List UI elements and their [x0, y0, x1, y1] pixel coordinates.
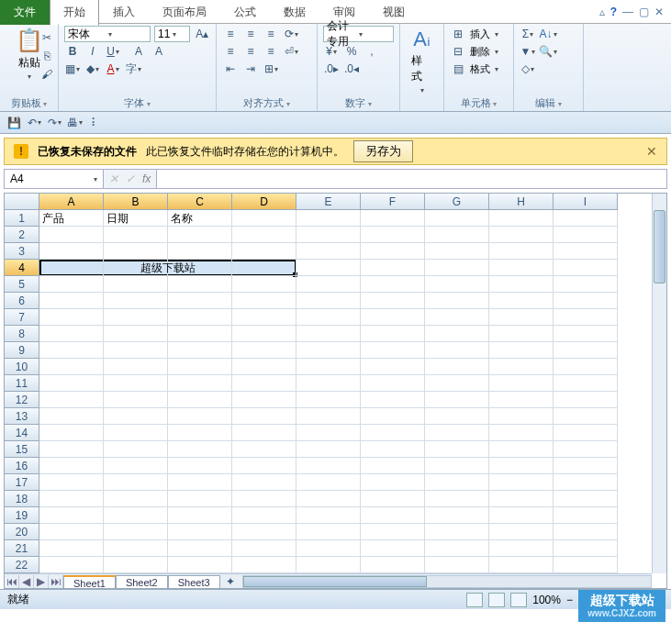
cell-E13[interactable]	[296, 408, 361, 425]
wrap-text-icon[interactable]: ⏎▾	[283, 43, 299, 60]
cell-C21[interactable]	[168, 540, 232, 557]
cell-C7[interactable]	[168, 309, 232, 326]
cell-G18[interactable]	[425, 491, 489, 507]
format-painter-icon[interactable]: 🖌	[39, 66, 55, 83]
cell-I18[interactable]	[554, 491, 618, 507]
cell-E16[interactable]	[296, 458, 361, 474]
merge-icon[interactable]: ⊞▾	[263, 61, 279, 77]
cell-G8[interactable]	[425, 326, 489, 342]
cell-C13[interactable]	[168, 408, 232, 425]
row-head-18[interactable]: 18	[5, 491, 39, 507]
decrease-font-icon[interactable]: A	[130, 43, 147, 60]
col-head-B[interactable]: B	[104, 194, 168, 210]
cell-E14[interactable]	[296, 425, 361, 441]
view-normal-icon[interactable]	[466, 593, 483, 607]
percent-icon[interactable]: %	[343, 43, 360, 60]
window-min-icon[interactable]: —	[622, 6, 633, 18]
currency-icon[interactable]: ¥▾	[323, 43, 340, 60]
cell-D15[interactable]	[232, 441, 296, 458]
cell-I21[interactable]	[554, 540, 618, 557]
cell-C20[interactable]	[168, 524, 232, 540]
format-cells-button[interactable]: ▤	[450, 61, 466, 77]
row-head-5[interactable]: 5	[5, 276, 39, 293]
cell-A21[interactable]	[39, 540, 104, 557]
qat-more-icon[interactable]: 🖶▾	[66, 115, 83, 131]
cell-I2[interactable]	[554, 227, 618, 243]
cell-E19[interactable]	[296, 507, 361, 524]
cell-D13[interactable]	[232, 408, 296, 425]
indent-inc-icon[interactable]: ⇥	[242, 61, 259, 77]
row-head-12[interactable]: 12	[5, 392, 39, 408]
cell-F1[interactable]	[361, 210, 425, 227]
styles-button[interactable]: Aᵢ 样式▾	[406, 26, 438, 96]
cell-F9[interactable]	[361, 342, 425, 359]
cell-D10[interactable]	[232, 359, 296, 375]
new-sheet-icon[interactable]: ✦	[222, 573, 239, 590]
clear-icon[interactable]: ◇▾	[520, 61, 536, 77]
font-size-combo[interactable]: 11▾	[154, 26, 190, 42]
cell-E1[interactable]	[296, 210, 361, 227]
cell-C8[interactable]	[168, 326, 232, 342]
row-head-15[interactable]: 15	[5, 441, 39, 458]
cell-E9[interactable]	[296, 342, 361, 359]
cell-E21[interactable]	[296, 540, 361, 557]
cell-G13[interactable]	[425, 408, 489, 425]
cell-I12[interactable]	[554, 392, 618, 408]
sheet-nav-next-icon[interactable]: ▶	[34, 575, 49, 588]
cell-I7[interactable]	[554, 309, 618, 326]
fill-color-icon[interactable]: ◆▾	[84, 61, 101, 77]
cell-C5[interactable]	[168, 276, 232, 293]
cell-D5[interactable]	[232, 276, 296, 293]
cell-C22[interactable]	[168, 557, 232, 573]
redo-icon[interactable]: ↷▾	[46, 115, 62, 131]
cell-E22[interactable]	[296, 557, 361, 573]
cell-I1[interactable]	[554, 210, 618, 227]
cell-F15[interactable]	[361, 441, 425, 458]
cell-F6[interactable]	[361, 293, 425, 309]
cell-F20[interactable]	[361, 524, 425, 540]
cell-B11[interactable]	[104, 375, 168, 392]
cell-I8[interactable]	[554, 326, 618, 342]
cell-C12[interactable]	[168, 392, 232, 408]
close-warning-icon[interactable]: ✕	[646, 144, 657, 159]
cell-C9[interactable]	[168, 342, 232, 359]
grow-font-icon[interactable]: A	[151, 43, 167, 60]
cell-G11[interactable]	[425, 375, 489, 392]
cell-H17[interactable]	[489, 474, 554, 491]
row-head-6[interactable]: 6	[5, 293, 39, 309]
cell-F19[interactable]	[361, 507, 425, 524]
cell-F13[interactable]	[361, 408, 425, 425]
cell-A7[interactable]	[39, 309, 104, 326]
cell-F16[interactable]	[361, 458, 425, 474]
cell-F10[interactable]	[361, 359, 425, 375]
cell-H22[interactable]	[489, 557, 554, 573]
cell-B6[interactable]	[104, 293, 168, 309]
cell-B22[interactable]	[104, 557, 168, 573]
insert-cells-button[interactable]: ⊞	[450, 26, 466, 42]
window-restore-icon[interactable]: ▢	[639, 6, 649, 18]
view-layout-icon[interactable]	[488, 593, 505, 607]
save-as-button[interactable]: 另存为	[353, 140, 413, 162]
cell-B12[interactable]	[104, 392, 168, 408]
sheet-nav-last-icon[interactable]: ⏭	[49, 575, 63, 588]
cell-D12[interactable]	[232, 392, 296, 408]
cell-D3[interactable]	[232, 243, 296, 260]
cell-A6[interactable]	[39, 293, 104, 309]
cell-I10[interactable]	[554, 359, 618, 375]
cell-E20[interactable]	[296, 524, 361, 540]
col-head-D[interactable]: D	[232, 194, 296, 210]
minimize-ribbon-icon[interactable]: ▵	[599, 6, 605, 18]
cell-D18[interactable]	[232, 491, 296, 507]
cell-H8[interactable]	[489, 326, 554, 342]
cell-E4[interactable]	[296, 260, 361, 276]
cell-B15[interactable]	[104, 441, 168, 458]
cell-H5[interactable]	[489, 276, 554, 293]
cell-text-C1[interactable]: 名称	[168, 210, 232, 227]
cell-E12[interactable]	[296, 392, 361, 408]
cell-G12[interactable]	[425, 392, 489, 408]
help-icon[interactable]: ?	[610, 6, 617, 18]
cell-D17[interactable]	[232, 474, 296, 491]
cell-E3[interactable]	[296, 243, 361, 260]
cell-A14[interactable]	[39, 425, 104, 441]
phonetic-icon[interactable]: 字▾	[125, 61, 141, 77]
